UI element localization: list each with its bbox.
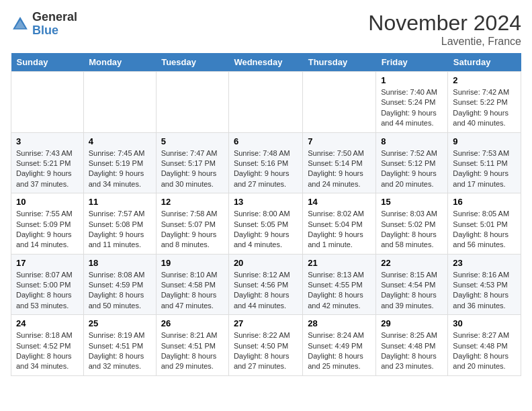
month-title: November 2024: [368, 11, 521, 36]
calendar-cell: 15Sunrise: 8:03 AM Sunset: 5:02 PM Dayli…: [376, 193, 448, 255]
col-header-monday: Monday: [83, 53, 156, 72]
day-info: Sunrise: 8:08 AM Sunset: 4:59 PM Dayligh…: [89, 270, 151, 312]
logo: General Blue: [11, 11, 77, 38]
day-number: 22: [381, 258, 443, 268]
day-info: Sunrise: 8:03 AM Sunset: 5:02 PM Dayligh…: [381, 209, 443, 250]
calendar-cell: 13Sunrise: 8:00 AM Sunset: 5:05 PM Dayli…: [228, 193, 302, 255]
calendar-cell: 7Sunrise: 7:50 AM Sunset: 5:14 PM Daylig…: [303, 132, 376, 193]
calendar-cell: 25Sunrise: 8:19 AM Sunset: 4:51 PM Dayli…: [83, 315, 156, 376]
day-number: 23: [453, 258, 516, 268]
calendar-cell: 11Sunrise: 7:57 AM Sunset: 5:08 PM Dayli…: [83, 193, 156, 255]
day-number: 28: [308, 318, 371, 328]
day-number: 10: [16, 197, 79, 207]
calendar-cell: 26Sunrise: 8:21 AM Sunset: 4:51 PM Dayli…: [156, 315, 228, 376]
header: General Blue November 2024 Laventie, Fra…: [11, 11, 521, 48]
day-number: 12: [161, 197, 224, 207]
col-header-saturday: Saturday: [448, 53, 521, 72]
day-number: 17: [16, 258, 79, 268]
calendar-cell: 22Sunrise: 8:15 AM Sunset: 4:54 PM Dayli…: [376, 254, 448, 315]
day-number: 20: [234, 258, 298, 268]
week-row-3: 10Sunrise: 7:55 AM Sunset: 5:09 PM Dayli…: [11, 193, 521, 255]
day-info: Sunrise: 7:40 AM Sunset: 5:24 PM Dayligh…: [381, 87, 443, 129]
day-info: Sunrise: 7:42 AM Sunset: 5:22 PM Dayligh…: [453, 87, 516, 129]
day-info: Sunrise: 7:50 AM Sunset: 5:14 PM Dayligh…: [308, 148, 371, 190]
day-info: Sunrise: 8:22 AM Sunset: 4:50 PM Dayligh…: [234, 330, 298, 372]
day-info: Sunrise: 8:21 AM Sunset: 4:51 PM Dayligh…: [161, 330, 224, 372]
calendar-cell: [11, 72, 84, 133]
day-number: 27: [234, 318, 298, 328]
day-info: Sunrise: 8:12 AM Sunset: 4:56 PM Dayligh…: [234, 270, 298, 312]
calendar-cell: 28Sunrise: 8:24 AM Sunset: 4:49 PM Dayli…: [303, 315, 376, 376]
day-number: 15: [381, 197, 443, 207]
calendar-cell: 4Sunrise: 7:45 AM Sunset: 5:19 PM Daylig…: [83, 132, 156, 193]
col-header-wednesday: Wednesday: [228, 53, 302, 72]
day-number: 5: [161, 136, 224, 146]
day-info: Sunrise: 8:19 AM Sunset: 4:51 PM Dayligh…: [89, 330, 151, 372]
column-headers: SundayMondayTuesdayWednesdayThursdayFrid…: [11, 53, 521, 72]
day-info: Sunrise: 8:25 AM Sunset: 4:48 PM Dayligh…: [381, 330, 443, 372]
day-number: 8: [381, 136, 443, 146]
calendar-cell: 16Sunrise: 8:05 AM Sunset: 5:01 PM Dayli…: [448, 193, 521, 255]
day-info: Sunrise: 8:00 AM Sunset: 5:05 PM Dayligh…: [234, 209, 298, 250]
calendar-cell: 5Sunrise: 7:47 AM Sunset: 5:17 PM Daylig…: [156, 132, 228, 193]
day-info: Sunrise: 8:05 AM Sunset: 5:01 PM Dayligh…: [453, 209, 516, 250]
day-info: Sunrise: 7:48 AM Sunset: 5:16 PM Dayligh…: [234, 148, 298, 190]
col-header-sunday: Sunday: [11, 53, 84, 72]
day-info: Sunrise: 8:13 AM Sunset: 4:55 PM Dayligh…: [308, 270, 371, 312]
day-number: 30: [453, 318, 516, 328]
day-info: Sunrise: 7:52 AM Sunset: 5:12 PM Dayligh…: [381, 148, 443, 190]
day-info: Sunrise: 7:43 AM Sunset: 5:21 PM Dayligh…: [16, 148, 79, 190]
day-number: 18: [89, 258, 151, 268]
calendar-cell: 30Sunrise: 8:27 AM Sunset: 4:48 PM Dayli…: [448, 315, 521, 376]
day-info: Sunrise: 8:27 AM Sunset: 4:48 PM Dayligh…: [453, 330, 516, 372]
calendar-cell: 2Sunrise: 7:42 AM Sunset: 5:22 PM Daylig…: [448, 72, 521, 133]
calendar-cell: 17Sunrise: 8:07 AM Sunset: 5:00 PM Dayli…: [11, 254, 84, 315]
calendar-cell: 27Sunrise: 8:22 AM Sunset: 4:50 PM Dayli…: [228, 315, 302, 376]
calendar-cell: 20Sunrise: 8:12 AM Sunset: 4:56 PM Dayli…: [228, 254, 302, 315]
calendar-cell: 12Sunrise: 7:58 AM Sunset: 5:07 PM Dayli…: [156, 193, 228, 255]
day-info: Sunrise: 8:15 AM Sunset: 4:54 PM Dayligh…: [381, 270, 443, 312]
calendar-cell: 21Sunrise: 8:13 AM Sunset: 4:55 PM Dayli…: [303, 254, 376, 315]
logo-blue-text: Blue: [32, 24, 58, 37]
day-number: 24: [16, 318, 79, 328]
day-info: Sunrise: 7:57 AM Sunset: 5:08 PM Dayligh…: [89, 209, 151, 250]
day-number: 2: [453, 75, 516, 85]
calendar-cell: 29Sunrise: 8:25 AM Sunset: 4:48 PM Dayli…: [376, 315, 448, 376]
day-number: 14: [308, 197, 371, 207]
day-number: 11: [89, 197, 151, 207]
day-info: Sunrise: 8:24 AM Sunset: 4:49 PM Dayligh…: [308, 330, 371, 372]
logo-general-text: General: [32, 10, 77, 24]
calendar-cell: [156, 72, 228, 133]
calendar-cell: 6Sunrise: 7:48 AM Sunset: 5:16 PM Daylig…: [228, 132, 302, 193]
day-number: 6: [234, 136, 298, 146]
week-row-4: 17Sunrise: 8:07 AM Sunset: 5:00 PM Dayli…: [11, 254, 521, 315]
calendar-cell: 23Sunrise: 8:16 AM Sunset: 4:53 PM Dayli…: [448, 254, 521, 315]
calendar-cell: [83, 72, 156, 133]
day-info: Sunrise: 8:10 AM Sunset: 4:58 PM Dayligh…: [161, 270, 224, 312]
calendar-cell: 19Sunrise: 8:10 AM Sunset: 4:58 PM Dayli…: [156, 254, 228, 315]
day-number: 21: [308, 258, 371, 268]
day-number: 4: [89, 136, 151, 146]
day-number: 26: [161, 318, 224, 328]
calendar-cell: 9Sunrise: 7:53 AM Sunset: 5:11 PM Daylig…: [448, 132, 521, 193]
col-header-thursday: Thursday: [303, 53, 376, 72]
day-number: 16: [453, 197, 516, 207]
week-row-1: 1Sunrise: 7:40 AM Sunset: 5:24 PM Daylig…: [11, 72, 521, 133]
calendar-cell: 8Sunrise: 7:52 AM Sunset: 5:12 PM Daylig…: [376, 132, 448, 193]
day-number: 1: [381, 75, 443, 85]
day-number: 13: [234, 197, 298, 207]
calendar-cell: 10Sunrise: 7:55 AM Sunset: 5:09 PM Dayli…: [11, 193, 84, 255]
calendar-cell: 1Sunrise: 7:40 AM Sunset: 5:24 PM Daylig…: [376, 72, 448, 133]
calendar-cell: 24Sunrise: 8:18 AM Sunset: 4:52 PM Dayli…: [11, 315, 84, 376]
week-row-2: 3Sunrise: 7:43 AM Sunset: 5:21 PM Daylig…: [11, 132, 521, 193]
calendar-cell: [303, 72, 376, 133]
day-number: 25: [89, 318, 151, 328]
logo-icon: [11, 15, 30, 34]
day-number: 7: [308, 136, 371, 146]
calendar-cell: 14Sunrise: 8:02 AM Sunset: 5:04 PM Dayli…: [303, 193, 376, 255]
day-number: 3: [16, 136, 79, 146]
calendar-cell: 18Sunrise: 8:08 AM Sunset: 4:59 PM Dayli…: [83, 254, 156, 315]
day-info: Sunrise: 7:58 AM Sunset: 5:07 PM Dayligh…: [161, 209, 224, 250]
day-info: Sunrise: 8:02 AM Sunset: 5:04 PM Dayligh…: [308, 209, 371, 250]
col-header-friday: Friday: [376, 53, 448, 72]
